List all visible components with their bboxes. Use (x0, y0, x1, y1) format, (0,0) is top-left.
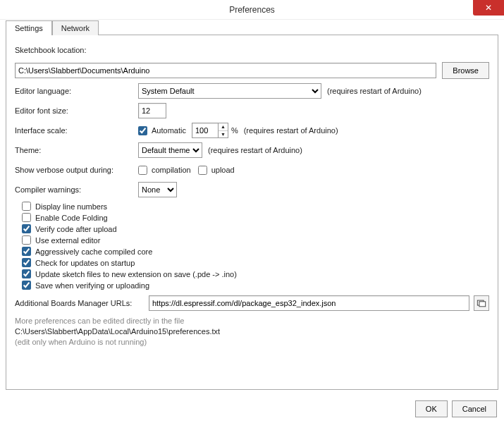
titlebar: Preferences ✕ (0, 0, 504, 20)
close-icon: ✕ (485, 3, 492, 13)
window-icon (477, 298, 486, 308)
editor-language-note: (requires restart of Arduino) (327, 87, 422, 95)
tab-bar: Settings Network (0, 20, 504, 35)
scale-spinner[interactable]: ▲▼ (192, 123, 228, 138)
browse-button[interactable]: Browse (442, 62, 489, 79)
compilation-checkbox-input[interactable] (138, 166, 147, 175)
close-button[interactable]: ✕ (473, 0, 504, 16)
cancel-button[interactable]: Cancel (452, 400, 497, 417)
boards-url-input[interactable] (149, 295, 469, 311)
save-on-verify-checkbox[interactable]: Save when verifying or uploading (22, 281, 149, 290)
scale-input[interactable] (192, 123, 219, 138)
editor-language-label: Editor language: (15, 87, 138, 95)
editor-font-size-input[interactable] (138, 103, 166, 118)
ok-button[interactable]: OK (415, 400, 448, 417)
interface-scale-label: Interface scale: (15, 126, 138, 135)
boards-url-label: Additional Boards Manager URLs: (15, 299, 149, 307)
boards-url-open-button[interactable] (474, 295, 489, 311)
settings-panel: Sketchbook location: Browse Editor langu… (6, 35, 498, 390)
percent-label: % (231, 126, 238, 135)
automatic-checkbox-label: Automatic (152, 126, 186, 135)
compiler-warnings-select[interactable]: None (138, 182, 177, 197)
prefs-edit-warning: (edit only when Arduino is not running) (15, 338, 489, 346)
automatic-checkbox-input[interactable] (138, 126, 147, 135)
theme-select[interactable]: Default theme (138, 142, 202, 158)
compiler-warnings-label: Compiler warnings: (15, 185, 138, 194)
automatic-checkbox[interactable]: Automatic (138, 126, 186, 135)
compilation-checkbox[interactable]: compilation (138, 166, 191, 175)
cache-core-checkbox[interactable]: Aggressively cache compiled core (22, 247, 152, 256)
tab-network[interactable]: Network (52, 20, 99, 35)
chevron-down-icon[interactable]: ▼ (219, 131, 228, 138)
chevron-up-icon[interactable]: ▲ (219, 123, 228, 131)
dialog-buttons: OK Cancel (415, 400, 497, 417)
sketchbook-location-label: Sketchbook location: (15, 46, 138, 54)
compilation-checkbox-label: compilation (152, 166, 191, 174)
more-prefs-note: More preferences can be edited directly … (15, 317, 489, 325)
theme-label: Theme: (15, 146, 138, 154)
prefs-file-path: C:\Users\Slabbert\AppData\Local\Arduino1… (15, 327, 489, 336)
theme-note: (requires restart of Arduino) (208, 146, 302, 154)
upload-checkbox-label: upload (211, 166, 235, 174)
upload-checkbox-input[interactable] (198, 166, 207, 175)
verify-after-upload-checkbox[interactable]: Verify code after upload (22, 224, 117, 233)
editor-language-select[interactable]: System Default (138, 83, 321, 99)
update-ext-checkbox[interactable]: Update sketch files to new extension on … (22, 269, 237, 278)
check-updates-checkbox[interactable]: Check for updates on startup (22, 258, 135, 267)
svg-rect-1 (479, 302, 486, 307)
scale-note: (requires restart of Arduino) (244, 126, 338, 135)
display-line-numbers-checkbox[interactable]: Display line numbers (22, 202, 107, 211)
editor-font-size-label: Editor font size: (15, 106, 138, 115)
window-title: Preferences (229, 5, 275, 15)
verbose-label: Show verbose output during: (15, 166, 138, 174)
external-editor-checkbox[interactable]: Use external editor (22, 235, 100, 245)
code-folding-checkbox[interactable]: Enable Code Folding (22, 213, 108, 222)
scale-arrows[interactable]: ▲▼ (219, 123, 228, 138)
upload-checkbox[interactable]: upload (198, 166, 235, 175)
tab-settings[interactable]: Settings (6, 20, 52, 35)
sketchbook-location-input[interactable] (15, 63, 436, 78)
